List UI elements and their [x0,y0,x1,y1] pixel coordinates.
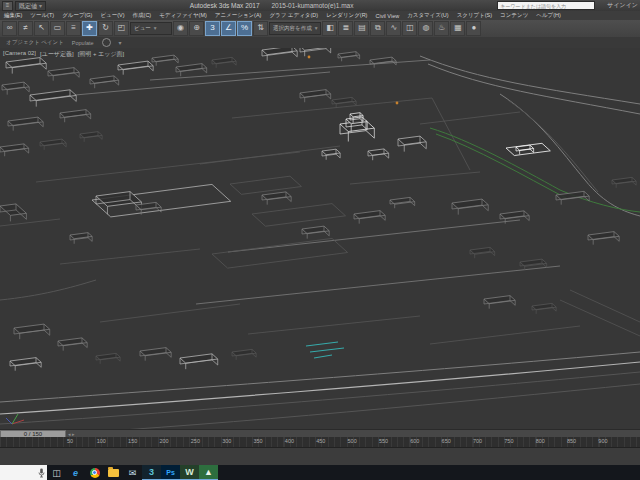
menu-item[interactable]: カスタマイズ(U) [403,12,452,19]
reference-coordinate-dropdown[interactable]: ビュー▾ [130,22,172,35]
ribbon-tab-populate[interactable]: Populate [72,40,94,46]
scene-marker [396,102,399,105]
select-and-rotate-icon[interactable]: ↻ [98,21,113,36]
unlink-selection-icon[interactable]: ≠ [18,21,33,36]
w-app-icon[interactable]: W [180,465,199,480]
window-title: Autodesk 3ds Max 2017 2015-01-kumamoto(e… [46,2,497,9]
track-bar-tick: 650 [442,438,451,444]
menu-item[interactable]: ヘルプ(H) [532,12,565,19]
3dsmax-taskbar-icon[interactable]: 3 [142,465,161,480]
3dsmax-taskbar-icon-glyph: 3 [149,467,154,477]
chevron-down-icon: ▾ [315,25,318,31]
menu-item[interactable]: スクリプト(S) [453,12,496,19]
use-pivot-point-icon[interactable]: ◉ [173,21,188,36]
menu-item[interactable]: コンテンツ [496,12,532,19]
select-object-icon[interactable]: ↖ [34,21,49,36]
schematic-view-icon[interactable]: ◫ [402,21,417,36]
track-bar-tick: 300 [222,438,231,444]
media-app-icon[interactable]: ▲ [199,465,218,480]
track-bar-tick: 550 [379,438,388,444]
title-bar: ≡ 既定値▾ Autodesk 3ds Max 2017 2015-01-kum… [0,0,640,11]
align-icon[interactable]: ≣ [338,21,353,36]
mail-icon-glyph: ✉ [129,468,137,478]
status-bar: オブジェクト選択 ✛ ⊓ X: 1241.208 Y: 1710.332 Z: … [0,447,640,466]
menu-item[interactable]: Civil View [371,13,403,19]
edge-icon-glyph: e [73,468,78,478]
selection-region-icon[interactable]: ▭ [50,21,65,36]
ribbon-tab-object-paint[interactable]: オブジェクト ペイント [6,39,64,46]
viewport-canvas[interactable] [0,48,640,429]
chevron-down-icon: ▾ [39,3,42,9]
track-bar-tick: 350 [254,438,263,444]
viewport-label: [Camera 02] [ユーザ定義] [照明 + エッジ面] [3,50,124,59]
select-and-scale-icon[interactable]: ◰ [114,21,129,36]
track-bar-tick: 150 [128,438,137,444]
menu-item[interactable]: ツール(T) [26,12,58,19]
render-setup-icon[interactable]: ♨ [434,21,449,36]
snap-toggle-icon[interactable]: 3 [205,21,220,36]
mail-icon[interactable]: ✉ [123,465,142,480]
render-production-icon[interactable]: ● [466,21,481,36]
menu-item[interactable]: ビュー(V) [96,12,128,19]
chrome-logo [90,468,100,478]
select-and-manipulate-icon[interactable]: ⊕ [189,21,204,36]
workspace-dropdown[interactable]: 既定値▾ [15,1,46,11]
menu-item[interactable]: レンダリング(R) [322,12,371,19]
task-view-icon-glyph: ◫ [52,468,61,478]
microphone-icon [38,468,45,478]
rendered-frame-icon[interactable]: ▦ [450,21,465,36]
track-bar-tick: 500 [348,438,357,444]
named-selection-dropdown[interactable]: 選択内容を作成▾ [269,22,321,35]
select-and-link-icon[interactable]: ∞ [2,21,17,36]
track-bar-tick: 200 [159,438,168,444]
track-bar-tick: 700 [473,438,482,444]
select-and-move-icon[interactable]: ✚ [82,21,97,36]
ribbon-config-icon[interactable] [102,38,111,47]
viewport-camera-label[interactable]: [Camera 02] [3,50,36,59]
menu-item[interactable]: アニメーション(A) [211,12,266,19]
viewport-background [0,48,640,429]
layer-manager-icon[interactable]: ▤ [354,21,369,36]
mirror-icon[interactable]: ◧ [322,21,337,36]
main-toolbar: ∞≠↖▭≡✚↻◰ビュー▾◉⊕3∠%⇅選択内容を作成▾◧≣▤⧉∿◫◍♨▦● [0,20,640,37]
percent-snap-icon[interactable]: % [237,21,252,36]
photoshop-icon[interactable]: Ps [161,465,180,480]
viewport-shading-label[interactable]: [照明 + エッジ面] [78,50,125,59]
ribbon-minimize-icon[interactable]: ▾ [119,39,122,46]
track-bar-tick: 850 [567,438,576,444]
help-search-input[interactable] [497,1,595,10]
track-bar-tick: 400 [285,438,294,444]
cortana-search-box[interactable] [0,465,47,480]
angle-snap-icon[interactable]: ∠ [221,21,236,36]
scene-explorer-icon[interactable]: ⧉ [370,21,385,36]
folder-glyph [108,469,119,477]
viewport-pov-label[interactable]: [ユーザ定義] [40,50,74,59]
title-right-cluster: サインイン [497,1,640,10]
material-editor-icon[interactable]: ◍ [418,21,433,36]
select-by-name-icon[interactable]: ≡ [66,21,81,36]
task-view-icon[interactable]: ◫ [47,465,66,480]
edge-icon[interactable]: e [66,465,85,480]
photoshop-icon-glyph: Ps [166,469,175,476]
track-bar-tick: 750 [504,438,513,444]
curve-editor-icon[interactable]: ∿ [386,21,401,36]
file-explorer-icon[interactable] [104,465,123,480]
track-bar-tick: 600 [410,438,419,444]
track-bar-tick: 900 [598,438,607,444]
menu-item[interactable]: グループ(G) [58,12,96,19]
menu-item[interactable]: モディファイヤ(M) [155,12,211,19]
menu-item[interactable]: 編集(E) [0,12,26,19]
chevron-down-icon: ▾ [154,25,157,31]
track-bar-tick: 100 [97,438,106,444]
track-bar-tick: 800 [536,438,545,444]
track-bar[interactable]: 5010015020025030035040045050055060065070… [0,437,640,447]
app-menu-icon[interactable]: ≡ [2,1,13,11]
spinner-snap-icon[interactable]: ⇅ [253,21,268,36]
quick-access-toolbar: ≡ 既定値▾ [0,1,46,11]
chrome-icon[interactable] [85,465,104,480]
scene-marker [308,56,311,59]
menu-item[interactable]: 作成(C) [129,12,156,19]
windows-taskbar: ◫e✉3PsW▲ [0,465,640,480]
menu-item[interactable]: グラフ エディタ(D) [265,12,322,19]
sign-in-button[interactable]: サインイン [607,1,638,10]
